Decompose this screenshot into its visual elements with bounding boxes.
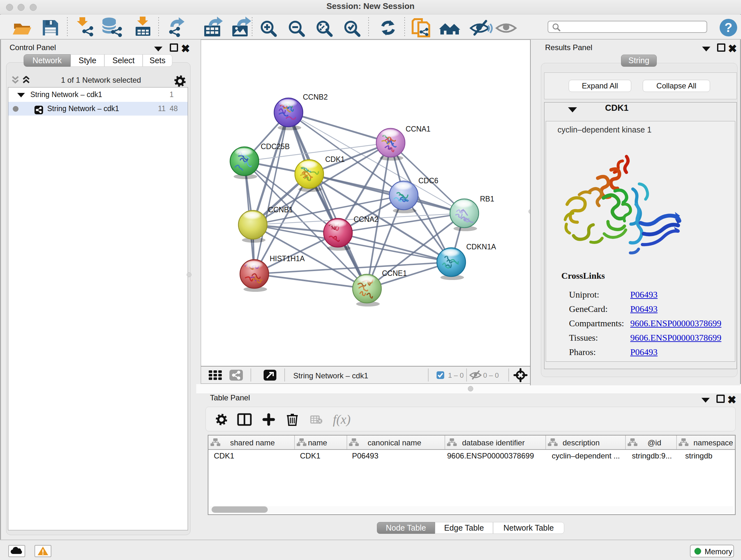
svg-text:CCNB2: CCNB2: [303, 93, 328, 101]
svg-text:database identifier: database identifier: [462, 438, 525, 447]
svg-text:description: description: [562, 438, 600, 447]
svg-text:@id: @id: [648, 438, 661, 447]
svg-text:CCNA1: CCNA1: [406, 125, 430, 133]
svg-text:CCNA2: CCNA2: [354, 215, 379, 224]
svg-text:CDK1: CDK1: [325, 155, 345, 164]
svg-text:1 – 0: 1 – 0: [448, 371, 464, 379]
svg-text:HIST1H1A: HIST1H1A: [270, 254, 305, 263]
svg-text:f(x): f(x): [333, 412, 351, 427]
svg-text:shared name: shared name: [230, 438, 275, 447]
svg-text:CCNB1: CCNB1: [268, 206, 293, 214]
svg-text:CDC6: CDC6: [418, 177, 439, 185]
svg-text:namespace: namespace: [693, 438, 733, 447]
svg-text:CDKN1A: CDKN1A: [466, 243, 496, 251]
svg-text:RB1: RB1: [480, 195, 494, 203]
svg-text:CCNE1: CCNE1: [382, 269, 407, 277]
svg-text:0 – 0: 0 – 0: [483, 371, 499, 379]
svg-text:CDC25B: CDC25B: [261, 142, 290, 151]
svg-text:canonical name: canonical name: [367, 438, 421, 447]
svg-text:String Network – cdk1: String Network – cdk1: [293, 371, 368, 380]
svg-text:name: name: [308, 438, 327, 447]
